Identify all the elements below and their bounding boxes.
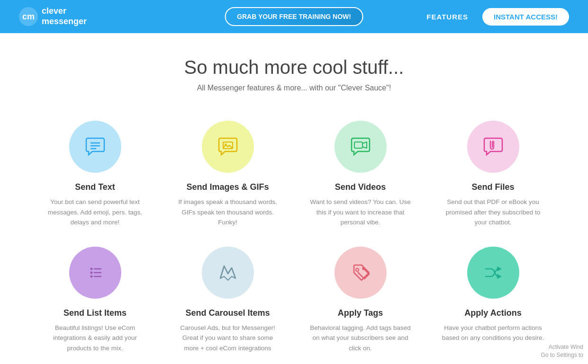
feature-send-list-items: Send List Items Beautiful listings! Use … — [34, 247, 157, 354]
header: cm clever messenger GRAB YOUR FREE TRAIN… — [0, 0, 588, 33]
feature-send-videos: Send Videos Want to send videos? You can… — [299, 121, 422, 228]
send-carousel-items-description: Carousel Ads, but for Messenger! Great i… — [176, 323, 280, 354]
send-videos-description: Want to send videos? You can. Use this i… — [308, 197, 413, 228]
apply-actions-icon-circle — [467, 247, 519, 299]
svg-point-16 — [356, 268, 359, 271]
header-nav: FEATURES INSTANT ACCESS! — [426, 8, 569, 26]
header-center-actions: GRAB YOUR FREE TRAINING NOW! — [225, 7, 363, 26]
apply-tags-title: Apply Tags — [338, 308, 383, 318]
apply-tags-description: Behavioral tagging. Add tags based on wh… — [308, 323, 413, 354]
apply-actions-title: Apply Actions — [464, 308, 521, 318]
send-list-items-title: Send List Items — [63, 308, 127, 318]
svg-point-8 — [90, 267, 92, 270]
feature-apply-actions: Apply Actions Have your chatbot perform … — [432, 247, 555, 354]
feature-send-files: Send Files Send out that PDF or eBook yo… — [432, 121, 555, 228]
features-nav-link[interactable]: FEATURES — [426, 13, 468, 21]
send-carousel-items-icon-circle — [202, 247, 254, 299]
send-videos-icon-circle — [335, 121, 387, 173]
grab-training-button[interactable]: GRAB YOUR FREE TRAINING NOW! — [225, 7, 363, 26]
send-files-title: Send Files — [471, 182, 514, 192]
logo-icon: cm — [19, 7, 38, 26]
svg-text:cm: cm — [22, 12, 35, 21]
send-list-items-description: Beautiful listings! Use eCom integration… — [43, 323, 147, 354]
logo: cm clever messenger — [19, 6, 87, 27]
svg-point-12 — [90, 275, 92, 277]
send-images-gifs-title: Send Images & GIFs — [186, 182, 269, 192]
svg-rect-7 — [354, 142, 362, 148]
section-title: So much more cool stuff... — [28, 57, 560, 78]
feature-send-carousel-items: Send Carousel Items Carousel Ads, but fo… — [166, 247, 289, 354]
section-subtitle: All Messenger features & more... with ou… — [28, 84, 560, 92]
send-files-description: Send out that PDF or eBook you promised … — [441, 197, 545, 228]
send-text-description: Your bot can send powerful text messages… — [43, 197, 147, 228]
main-content: So much more cool stuff... All Messenger… — [0, 33, 588, 364]
feature-apply-tags: Apply Tags Behavioral tagging. Add tags … — [299, 247, 422, 354]
send-files-icon-circle — [467, 121, 519, 173]
send-images-gifs-icon-circle — [202, 121, 254, 173]
send-text-title: Send Text — [75, 182, 115, 192]
svg-point-17 — [362, 267, 364, 270]
feature-send-images-gifs: Send Images & GIFs If images speak a tho… — [166, 121, 289, 228]
send-videos-title: Send Videos — [335, 182, 386, 192]
instant-access-button[interactable]: INSTANT ACCESS! — [482, 8, 569, 26]
send-carousel-items-title: Send Carousel Items — [185, 308, 270, 318]
send-list-items-icon-circle — [69, 247, 121, 299]
send-images-gifs-description: If images speak a thousand words, GIFs s… — [176, 197, 280, 228]
apply-tags-icon-circle — [335, 247, 387, 299]
send-text-icon-circle — [69, 121, 121, 173]
logo-line2: messenger — [42, 17, 87, 27]
apply-actions-description: Have your chatbot perform actions based … — [441, 323, 545, 343]
logo-line1: clever — [42, 6, 87, 17]
feature-send-text: Send Text Your bot can send powerful tex… — [34, 121, 157, 228]
features-grid: Send Text Your bot can send powerful tex… — [34, 121, 555, 354]
svg-point-10 — [90, 271, 92, 274]
